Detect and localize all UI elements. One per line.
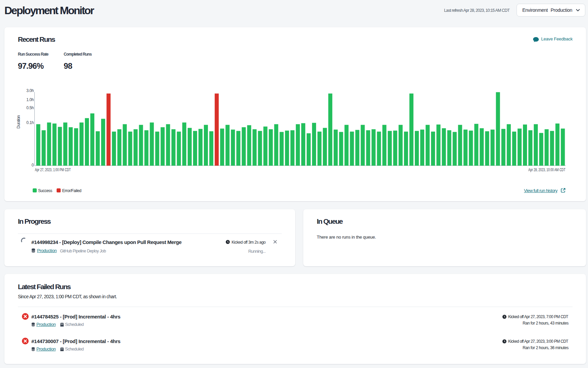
svg-text:0.1h: 0.1h [26,120,34,125]
svg-text:Apr 28, 2023, 10:00 AM CDT: Apr 28, 2023, 10:00 AM CDT [528,167,565,172]
svg-text:0.5h: 0.5h [26,105,34,110]
svg-text:1.0h: 1.0h [26,97,34,102]
svg-text:0: 0 [32,163,34,167]
svg-text:3.0h: 3.0h [26,88,34,93]
svg-text:Apr 27, 2023, 1:00 PM CDT: Apr 27, 2023, 1:00 PM CDT [35,167,71,172]
svg-text:Duration: Duration [16,115,21,128]
